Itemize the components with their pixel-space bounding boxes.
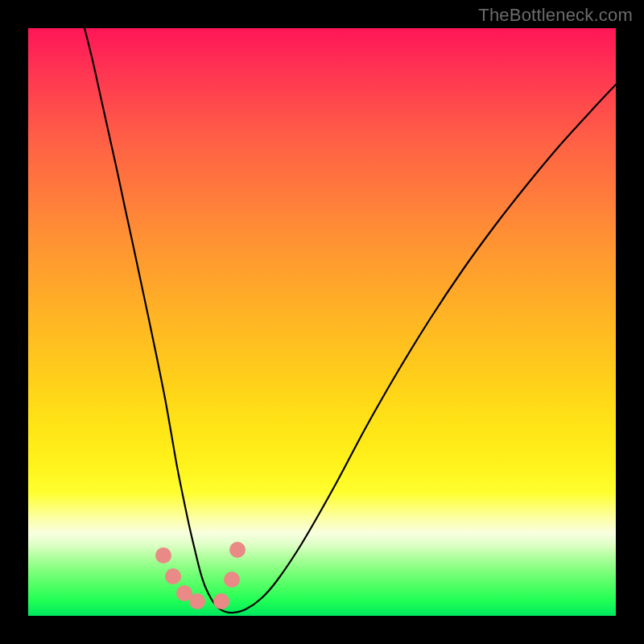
plot-area [28,28,616,616]
chart-frame: TheBottleneck.com [0,0,644,644]
watermark-text: TheBottleneck.com [478,5,633,26]
data-point [224,572,240,588]
data-point [213,593,229,609]
bottleneck-curve [85,28,616,613]
marker-group [155,542,246,609]
data-point [189,593,205,609]
curve-layer [28,28,616,616]
data-point [155,547,171,564]
data-point [165,568,181,584]
data-point [229,542,246,558]
